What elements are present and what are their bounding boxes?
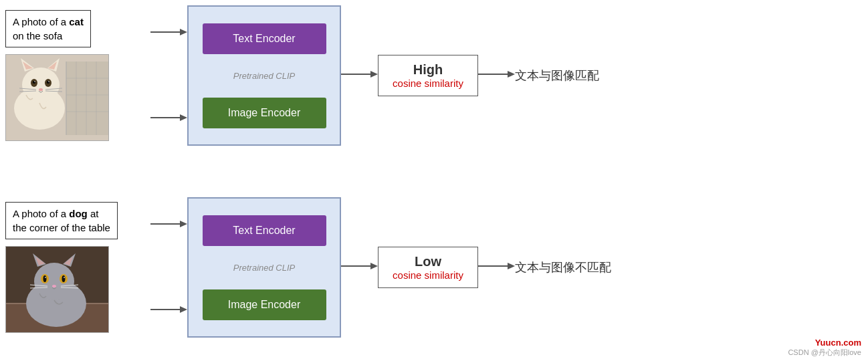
bottom-similarity-level: Low [389,254,467,269]
top-similarity-desc: cosine similarity [389,78,467,89]
bottom-clip-box: Text Encoder Pretrained CLIP Image Encod… [187,197,341,338]
cat2-illustration [6,247,109,333]
svg-marker-27 [180,29,187,35]
svg-rect-1 [66,62,109,135]
svg-marker-55 [180,221,187,227]
top-chinese-arrow-svg [478,61,515,88]
bottom-left-column: A photo of a dog atthe corner of the tab… [0,202,150,333]
svg-marker-57 [180,306,187,313]
bottom-similarity-desc: cosine similarity [389,269,467,281]
top-chinese-label: 文本与图像匹配 [515,68,599,84]
row-divider [0,186,868,187]
svg-point-45 [43,275,47,282]
top-dual-arrows [150,12,187,139]
cat-image [5,54,109,141]
svg-point-48 [64,277,65,278]
top-image-encoder: Image Encoder [203,98,326,128]
bottom-chinese-label: 文本与图像不匹配 [515,259,611,275]
top-text-label: A photo of a caton the sofa [5,10,91,47]
svg-point-47 [45,277,46,278]
bottom-arrow-to-chinese [478,253,515,282]
top-similarity-level: High [389,62,467,78]
bottom-text-encoder: Text Encoder [203,215,326,246]
cat-illustration [6,55,109,141]
bottom-arrows-left [150,204,187,331]
watermark-author: CSDN @丹心向阳love [788,348,861,358]
top-row: A photo of a caton the sofa [0,5,868,146]
top-arrow-right [341,61,378,90]
top-text-encoder: Text Encoder [203,23,326,54]
watermark-site: Yuucn.com [788,338,861,348]
top-right-arrow-svg [341,61,378,88]
top-similarity-box: High cosine similarity [378,55,478,96]
top-left-column: A photo of a caton the sofa [0,10,150,141]
bottom-dual-arrows [150,204,187,331]
svg-marker-33 [508,71,515,78]
svg-point-49 [52,285,56,287]
top-arrows-left [150,12,187,139]
svg-marker-31 [370,71,378,78]
svg-point-46 [62,275,66,282]
bottom-image-encoder: Image Encoder [203,289,326,320]
bottom-chinese-arrow-svg [478,253,515,279]
bottom-right-arrow-svg [341,253,378,279]
svg-point-21 [39,88,43,91]
svg-point-19 [34,81,35,82]
watermark: Yuucn.com CSDN @丹心向阳love [788,338,861,358]
bottom-similarity-box: Low cosine similarity [378,247,478,288]
cat2-image [5,246,109,333]
bottom-text-label: A photo of a dog atthe corner of the tab… [5,202,118,239]
bottom-clip-label: Pretrained CLIP [233,263,296,273]
svg-point-20 [48,81,49,82]
svg-marker-59 [370,263,378,269]
top-clip-label: Pretrained CLIP [233,71,296,81]
bottom-arrow-right [341,253,378,282]
bottom-row: A photo of a dog atthe corner of the tab… [0,197,868,338]
top-clip-box: Text Encoder Pretrained CLIP Image Encod… [187,5,341,146]
svg-marker-61 [508,263,515,269]
svg-marker-29 [180,114,187,121]
top-arrow-to-chinese [478,61,515,90]
